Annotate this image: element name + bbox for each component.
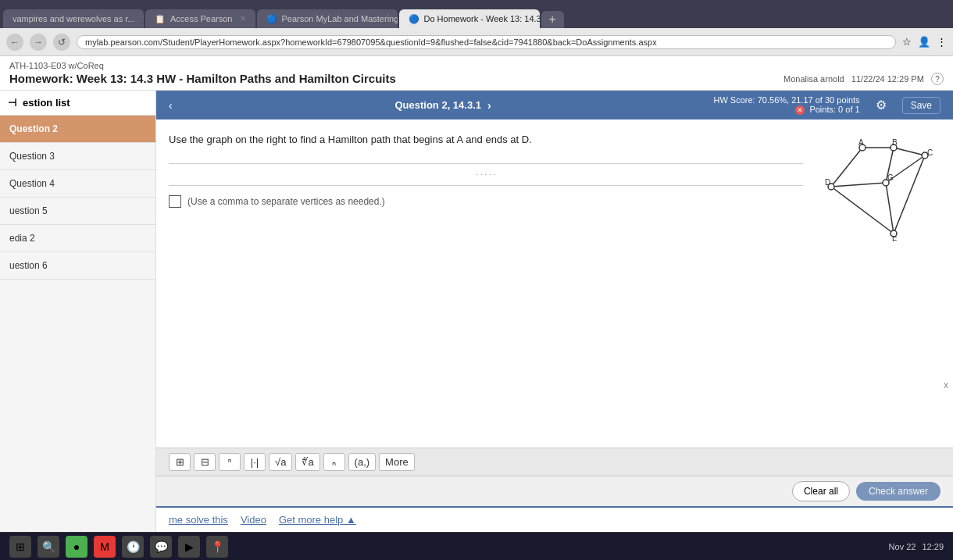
star-icon[interactable]: ☆ xyxy=(902,36,912,48)
more-help-link[interactable]: Get more help ▲ xyxy=(279,514,356,526)
profile-icon[interactable]: 👤 xyxy=(918,36,930,48)
question-nav: ‹ Question 2, 14.3.1 › HW Score: 70.56%,… xyxy=(156,91,953,119)
hw-score-info: HW Score: 70.56%, 21.17 of 30 points ✕ P… xyxy=(713,95,859,115)
math-btn-superscript[interactable]: ⁿ xyxy=(219,453,241,471)
sidebar-header: ⊣ estion list xyxy=(0,91,155,116)
page-content: ATH-1103-E03 w/CoReq Homework: Week 13: … xyxy=(0,56,953,532)
taskbar-right: Nov 22 12:29 xyxy=(889,542,944,551)
math-btn-fraction[interactable]: ⊞ xyxy=(169,453,191,471)
svg-text:G: G xyxy=(887,173,894,182)
svg-text:C: C xyxy=(927,148,933,157)
graph-container: A B C D E G xyxy=(816,132,941,241)
address-input[interactable]: mylab.pearson.com/Student/PlayerHomework… xyxy=(77,35,896,49)
question-nav-center: Question 2, 14.3.1 › xyxy=(394,99,491,112)
tab-icon-homework: 🔵 xyxy=(409,14,419,24)
taskbar-date: Nov 22 xyxy=(889,542,916,551)
separator2 xyxy=(169,185,803,186)
address-bar-row: ← → ↺ mylab.pearson.com/Student/PlayerHo… xyxy=(0,28,953,56)
forward-button[interactable]: → xyxy=(30,34,47,51)
tab-vampires[interactable]: vampires and werewolves as r... × xyxy=(3,9,144,28)
collapse-icon[interactable]: ⊣ xyxy=(8,97,16,109)
help-bar: me solve this Video Get more help ▲ xyxy=(156,506,953,532)
user-name: Monalisa arnold xyxy=(783,74,844,84)
hw-title: Homework: Week 13: 14.3 HW - Hamilton Pa… xyxy=(9,72,396,85)
tab-pearson-mylab[interactable]: 🔵 Pearson MyLab and Mastering × xyxy=(257,9,398,28)
question-area: ‹ Question 2, 14.3.1 › HW Score: 70.56%,… xyxy=(156,91,953,532)
math-btn-sub2[interactable]: ₙ xyxy=(323,453,345,471)
sidebar: ⊣ estion list Question 2 Question 3 Ques… xyxy=(0,91,156,532)
tab-do-homework[interactable]: 🔵 Do Homework - Week 13: 14.3... × xyxy=(399,9,540,28)
svg-line-1 xyxy=(894,148,925,155)
question-text-area: Use the graph on the right to find a Ham… xyxy=(169,132,803,435)
sidebar-item-question5[interactable]: uestion 5 xyxy=(0,198,155,225)
main-layout: ⊣ estion list Question 2 Question 3 Ques… xyxy=(0,91,953,532)
timer-icon[interactable]: 🕐 xyxy=(122,536,144,558)
start-button[interactable]: ⊞ xyxy=(9,536,31,558)
chrome-icon[interactable]: ● xyxy=(66,536,87,558)
tab-label: Do Homework - Week 13: 14.3... xyxy=(424,14,540,23)
answer-hint: (Use a comma to separate vertices as nee… xyxy=(187,196,385,207)
bottom-action-row: Clear all Check answer xyxy=(156,476,953,506)
clear-all-button[interactable]: Clear all xyxy=(792,481,850,501)
sidebar-item-question2[interactable]: Question 2 xyxy=(0,116,155,143)
svg-text:E: E xyxy=(892,236,898,241)
svg-text:B: B xyxy=(892,138,898,147)
math-btn-sqrt[interactable]: √a xyxy=(269,453,292,471)
settings-icon[interactable]: ⚙ xyxy=(876,98,887,112)
expand-handle[interactable]: · · · · · xyxy=(169,170,803,179)
svg-line-5 xyxy=(831,187,894,234)
svg-line-6 xyxy=(886,183,894,234)
svg-text:D: D xyxy=(825,178,830,187)
tab-bar: vampires and werewolves as r... × 📋 Acce… xyxy=(0,0,953,28)
tab-new[interactable]: + xyxy=(541,11,564,28)
maps-icon[interactable]: 📍 xyxy=(206,536,228,558)
sidebar-item-question6[interactable]: uestion 6 xyxy=(0,252,155,280)
browser-frame: vampires and werewolves as r... × 📋 Acce… xyxy=(0,0,953,560)
back-button[interactable]: ← xyxy=(6,34,23,51)
user-datetime: 11/22/24 12:29 PM xyxy=(851,74,924,84)
search-taskbar[interactable]: 🔍 xyxy=(37,536,59,558)
tab-label: Access Pearson xyxy=(170,14,232,23)
tab-close-0[interactable]: × xyxy=(143,13,144,24)
math-btn-abs[interactable]: |·| xyxy=(244,453,266,471)
media-icon[interactable]: ▶ xyxy=(178,536,200,558)
svg-line-2 xyxy=(831,148,862,187)
graph-svg: A B C D E G xyxy=(816,132,941,241)
separator xyxy=(169,163,803,164)
svg-text:A: A xyxy=(858,138,864,147)
breadcrumb: ATH-1103-E03 w/CoReq xyxy=(9,61,944,70)
sidebar-item-question3[interactable]: Question 3 xyxy=(0,143,155,170)
tab-label: vampires and werewolves as r... xyxy=(12,14,135,23)
solve-this-link[interactable]: me solve this xyxy=(169,514,228,526)
question-body: Use the graph on the right to find a Ham… xyxy=(156,119,953,448)
close-panel-x[interactable]: x xyxy=(944,380,948,391)
check-answer-button[interactable]: Check answer xyxy=(856,482,941,501)
next-question-button[interactable]: › xyxy=(487,99,491,112)
math-btn-nthroot[interactable]: ∜a xyxy=(295,453,319,471)
sidebar-item-media2[interactable]: edia 2 xyxy=(0,225,155,252)
svg-line-8 xyxy=(894,155,925,234)
tab-icon-mylab: 🔵 xyxy=(266,14,277,24)
taskbar: ⊞ 🔍 ● M 🕐 💬 ▶ 📍 Nov 22 12:29 xyxy=(0,532,953,560)
help-icon[interactable]: ? xyxy=(931,73,944,85)
save-button[interactable]: Save xyxy=(902,97,941,114)
math-toolbar: ⊞ ⊟ ⁿ |·| √a ∜a ₙ (a,) More xyxy=(156,448,953,476)
mail-icon[interactable]: M xyxy=(94,536,116,558)
prev-question-button[interactable]: ‹ xyxy=(169,99,173,112)
refresh-button[interactable]: ↺ xyxy=(53,34,70,51)
tab-label: Pearson MyLab and Mastering xyxy=(282,14,398,23)
sidebar-item-question4[interactable]: Question 4 xyxy=(0,170,155,198)
chat-icon[interactable]: 💬 xyxy=(150,536,172,558)
tab-access-pearson[interactable]: 📋 Access Pearson × xyxy=(145,9,255,28)
video-link[interactable]: Video xyxy=(241,514,266,526)
tab-close-1[interactable]: × xyxy=(240,13,245,24)
math-btn-more[interactable]: More xyxy=(379,453,415,471)
math-btn-subscript[interactable]: ⊟ xyxy=(194,453,216,471)
tab-icon-pearson: 📋 xyxy=(155,14,166,24)
question-instruction: Use the graph on the right to find a Ham… xyxy=(169,132,803,148)
menu-icon[interactable]: ⋮ xyxy=(937,36,947,48)
math-btn-tuple[interactable]: (a,) xyxy=(348,453,377,471)
taskbar-left: ⊞ 🔍 ● M 🕐 💬 ▶ 📍 xyxy=(9,536,228,558)
user-info: Monalisa arnold 11/22/24 12:29 PM ? xyxy=(783,73,944,85)
answer-checkbox[interactable] xyxy=(169,195,181,208)
